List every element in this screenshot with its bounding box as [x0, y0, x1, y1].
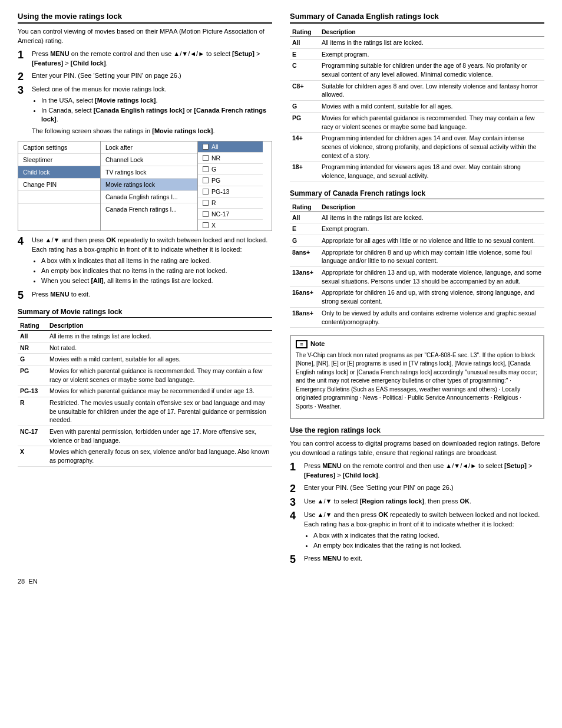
rating-cell: All [290, 212, 319, 223]
rating-cell: G [18, 354, 47, 365]
table-row: 18ans+Only to be viewed by adults and co… [290, 307, 544, 327]
desc-cell: Movies for which parental guidance is re… [47, 365, 272, 385]
rating-cell: PG [290, 112, 319, 132]
rating-cell: 8ans+ [290, 246, 319, 266]
menu-r: R [198, 197, 263, 209]
note-icon: ≡ [296, 340, 308, 348]
checkbox-all [203, 144, 209, 150]
table-row: PGMovies for which parental guidance is … [18, 365, 272, 385]
checkbox-nr [203, 155, 209, 161]
desc-cell: Movies for which parental guidance is re… [319, 112, 544, 132]
menu-caption-settings: Caption settings [18, 141, 100, 154]
bullet-empty: An empty box indicates that no items in … [41, 266, 272, 275]
table-row: 13ans+Appropriate for children 13 and up… [290, 267, 544, 287]
region-bullet-empty: An empty box indicates that the rating i… [313, 541, 544, 550]
note-box: ≡ Note The V-Chip can block non rated pr… [290, 335, 544, 419]
rating-cell: E [290, 223, 319, 235]
step-4: Use ▲/▼ and then press OK repeatedly to … [18, 236, 272, 287]
menu-canada-french: Canada French ratings l... [101, 203, 197, 215]
region-ratings-title: Use the region ratings lock [290, 426, 544, 436]
desc-cell: Movies which generally focus on sex, vio… [47, 446, 272, 466]
desc-cell: Suitable for children ages 8 and over. L… [319, 80, 544, 100]
label-pg13: PG-13 [211, 188, 229, 195]
table-row: GMovies with a mild content, suitable fo… [290, 101, 544, 113]
label-x: X [211, 222, 216, 229]
menu-channel-lock: Channel Lock [101, 154, 197, 166]
table-row: XMovies which generally focus on sex, vi… [18, 446, 272, 466]
label-r: R [211, 199, 216, 206]
desc-cell: Exempt program. [319, 223, 544, 235]
menu-movie-ratings-lock: Movie ratings lock [101, 179, 197, 191]
region-ratings-intro: You can control access to digital progra… [290, 439, 544, 458]
note-header: ≡ Note [296, 340, 538, 348]
rating-cell: All [18, 330, 47, 342]
menu-lock-after: Lock after [101, 141, 197, 154]
desc-cell: Exempt program. [319, 48, 544, 60]
table-row: 14+Programming intended for children age… [290, 133, 544, 162]
menu-change-pin: Change PIN [18, 179, 100, 191]
page-layout: Using the movie ratings lock You can con… [18, 12, 544, 572]
step-1: Press MENU on the remote control and the… [18, 50, 272, 68]
page-number: 28 EN [18, 578, 544, 585]
menu-empty-2 [18, 204, 100, 217]
desc-cell: Programming intended for children ages 1… [319, 133, 544, 162]
movie-ratings-summary-title: Summary of Movie ratings lock [18, 308, 272, 318]
menu-sleeptimer: Sleeptimer [18, 154, 100, 166]
table-row: 16ans+Appropriate for children 16 and up… [290, 287, 544, 307]
desc-cell: Movies with a mild content, suitable for… [319, 101, 544, 113]
checkbox-g [203, 166, 209, 172]
label-all: All [211, 143, 219, 150]
region-step-4: Use ▲/▼ and then press OK repeatedly to … [290, 510, 544, 552]
canada-english-section: Summary of Canada English ratings lock R… [290, 12, 544, 182]
table-row: GMovies with a mild content, suitable fo… [18, 354, 272, 365]
region-step-1: Press MENU on the remote control and the… [290, 462, 544, 480]
step-5: Press MENU to exit. [18, 290, 272, 301]
checkbox-pg13 [203, 189, 209, 195]
desc-cell: Only to be viewed by adults and contains… [319, 307, 544, 327]
region-step-3: Use ▲/▼ to select [Region ratings lock],… [290, 497, 544, 508]
note-label: Note [310, 340, 325, 348]
step-3: Select one of the menus for movie rating… [18, 85, 272, 136]
desc-cell: Programming suitable for children under … [319, 60, 544, 80]
table-row: CProgramming suitable for children under… [290, 60, 544, 80]
checkbox-x [203, 222, 209, 228]
desc-cell: Movies for which parental guidance may b… [47, 386, 272, 397]
menu-empty-1 [18, 191, 100, 204]
movie-ratings-table: Rating Description AllAll items in the r… [18, 321, 272, 467]
desc-cell: All items in the ratings list are locked… [319, 37, 544, 49]
label-nc17: NC-17 [211, 210, 229, 218]
rating-cell: 18+ [290, 162, 319, 182]
table-row: PG-13Movies for which parental guidance … [18, 386, 272, 397]
menu-col-3: All NR G PG [198, 141, 263, 230]
col-rating-header: Rating [18, 321, 47, 331]
rating-cell: X [18, 446, 47, 466]
rating-cell: 13ans+ [290, 267, 319, 287]
menu-tv-ratings-lock: TV ratings lock [101, 166, 197, 179]
desc-cell: Movies with a mild content, suitable for… [47, 354, 272, 365]
table-row: EExempt program. [290, 48, 544, 60]
canada-french-title: Summary of Canada French ratings lock [290, 189, 544, 199]
canada-french-table: Rating Description AllAll items in the r… [290, 202, 544, 328]
region-step-2: Enter your PIN. (See 'Setting your PIN' … [290, 483, 544, 494]
right-column: Summary of Canada English ratings lock R… [290, 12, 544, 572]
region-step-5: Press MENU to exit. [290, 554, 544, 565]
region-ratings-section: Use the region ratings lock You can cont… [290, 426, 544, 565]
col-desc-header: Description [47, 321, 272, 331]
movie-ratings-intro: You can control viewing of movies based … [18, 27, 272, 46]
canada-french-desc-header: Description [319, 202, 544, 212]
checkbox-nc17 [203, 211, 209, 217]
menu-nr: NR [198, 153, 263, 164]
table-row: 18+Programming intended for viewers ages… [290, 162, 544, 182]
canada-english-rating-header: Rating [290, 27, 319, 37]
checkbox-pg [203, 177, 209, 183]
label-pg: PG [211, 177, 220, 184]
region-ratings-steps: Press MENU on the remote control and the… [290, 462, 544, 565]
table-row: GAppropriate for all ages with little or… [290, 235, 544, 247]
rating-cell: PG-13 [18, 386, 47, 397]
menu-col-1: Caption settings Sleeptimer Child lock C… [18, 141, 101, 230]
rating-cell: NR [18, 342, 47, 354]
rating-cell: NC-17 [18, 426, 47, 446]
table-row: C8+Suitable for children ages 8 and over… [290, 80, 544, 100]
movie-ratings-steps-cont: Use ▲/▼ and then press OK repeatedly to … [18, 236, 272, 301]
bullet-x: A box with x indicates that all items in… [41, 256, 272, 265]
